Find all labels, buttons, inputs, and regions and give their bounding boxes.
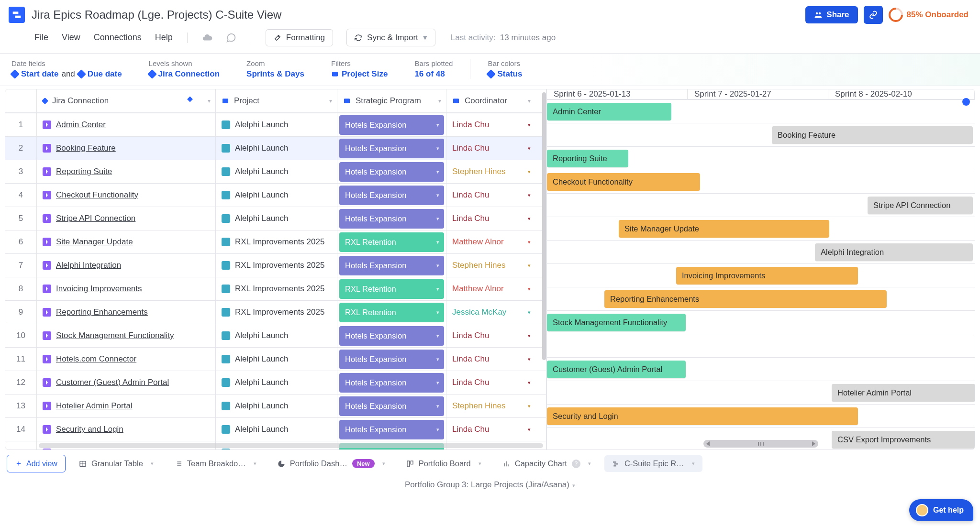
- gantt-bar[interactable]: Site Manager Update: [619, 220, 829, 238]
- timeline-row[interactable]: Checkout Functionality: [547, 170, 975, 194]
- epic-link[interactable]: Stripe API Connection: [56, 214, 135, 223]
- table-row[interactable]: 11Hotels.com ConnectorAlelphi LaunchHote…: [5, 348, 546, 371]
- timeline-row[interactable]: [547, 334, 975, 358]
- gantt-bar[interactable]: Customer (Guest) Admin Portal: [547, 361, 686, 378]
- table-row[interactable]: 12Customer (Guest) Admin PortalAlelphi L…: [5, 371, 546, 394]
- filter-date-fields[interactable]: Date fields Start date and Due date: [11, 59, 122, 79]
- add-view-button[interactable]: ＋ Add view: [7, 455, 66, 472]
- timeline-scrollbar[interactable]: [703, 440, 818, 448]
- chevron-down-icon[interactable]: ▾: [528, 239, 531, 245]
- coordinator-cell[interactable]: Matthew Alnor▾: [446, 277, 535, 300]
- table-row[interactable]: 4Checkout FunctionalityAlelphi LaunchHot…: [5, 184, 546, 207]
- table-row[interactable]: 3Reporting SuiteAlelphi LaunchHotels Exp…: [5, 160, 546, 184]
- project-cell[interactable]: RXL Improvements 2025: [216, 301, 337, 324]
- project-cell[interactable]: Alelphi Launch: [216, 394, 337, 417]
- epic-link[interactable]: Site Manager Update: [56, 237, 133, 247]
- chevron-down-icon[interactable]: [438, 98, 441, 104]
- chevron-down-icon[interactable]: ▾: [528, 286, 531, 292]
- gantt-bar[interactable]: Reporting Enhancements: [604, 290, 887, 308]
- table-row[interactable]: 1Admin CenterAlelphi LaunchHotels Expans…: [5, 113, 546, 137]
- epic-cell[interactable]: Booking Feature: [37, 137, 216, 160]
- project-cell[interactable]: Alelphi Launch: [216, 207, 337, 230]
- menu-file[interactable]: File: [34, 33, 48, 43]
- formatting-button[interactable]: Formatting: [266, 29, 333, 46]
- epic-cell[interactable]: Stock Management Functionality: [37, 324, 216, 347]
- program-cell[interactable]: Hotels Expansion: [337, 184, 446, 207]
- chevron-down-icon[interactable]: ▾: [528, 356, 531, 362]
- project-cell[interactable]: Alelphi Launch: [216, 324, 337, 347]
- coordinator-cell[interactable]: Linda Chu▾: [446, 207, 535, 230]
- program-cell[interactable]: Hotels Expansion: [337, 207, 446, 230]
- chevron-down-icon[interactable]: ▾: [528, 169, 531, 175]
- epic-link[interactable]: Customer (Guest) Admin Portal: [56, 378, 169, 387]
- program-cell[interactable]: Hotels Expansion: [337, 254, 446, 277]
- chevron-down-icon[interactable]: ▾: [528, 427, 531, 433]
- chevron-down-icon[interactable]: [329, 98, 332, 104]
- sprint-header-8[interactable]: Sprint 8 - 2025-02-10: [828, 89, 975, 99]
- coordinator-cell[interactable]: Stephen Hines▾: [446, 254, 535, 277]
- timeline-row[interactable]: Stripe API Connection: [547, 194, 975, 217]
- chevron-down-icon[interactable]: [382, 460, 385, 467]
- menu-view[interactable]: View: [62, 33, 80, 43]
- gantt-bar[interactable]: Checkout Functionality: [547, 173, 700, 191]
- project-cell[interactable]: RXL Improvements 2025: [216, 254, 337, 277]
- timeline-row[interactable]: Booking Feature: [547, 123, 975, 147]
- column-strategic-program[interactable]: Strategic Program: [337, 89, 446, 112]
- program-pill[interactable]: RXL Retention: [339, 303, 444, 322]
- epic-cell[interactable]: Customer (Guest) Admin Portal: [37, 371, 216, 394]
- epic-link[interactable]: Stock Management Functionality: [56, 331, 174, 340]
- tab-csuite-epic-roadmap[interactable]: C-Suite Epic R…: [604, 455, 702, 472]
- epic-cell[interactable]: Stripe API Connection: [37, 207, 216, 230]
- tab-portfolio-dashboard[interactable]: Portfolio Dash… New: [270, 455, 393, 472]
- table-row[interactable]: 6Site Manager UpdateRXL Improvements 202…: [5, 230, 546, 254]
- gantt-bar[interactable]: Reporting Suite: [547, 150, 628, 167]
- table-row[interactable]: 5Stripe API ConnectionAlelphi LaunchHote…: [5, 207, 546, 230]
- project-cell[interactable]: Alelphi Launch: [216, 418, 337, 441]
- info-icon[interactable]: ?: [572, 460, 580, 468]
- timeline-row[interactable]: Hotelier Admin Portal: [547, 381, 975, 405]
- chevron-down-icon[interactable]: ▾: [528, 263, 531, 269]
- coordinator-cell[interactable]: Linda Chu▾: [446, 184, 535, 207]
- coordinator-cell[interactable]: Linda Chu▾: [446, 348, 535, 371]
- table-row[interactable]: 8Invoicing ImprovementsRXL Improvements …: [5, 277, 546, 301]
- chevron-down-icon[interactable]: [479, 460, 481, 467]
- chevron-down-icon[interactable]: ▾: [528, 122, 531, 128]
- timeline-row[interactable]: Site Manager Update: [547, 217, 975, 241]
- coordinator-cell[interactable]: Stephen Hines▾: [446, 394, 535, 417]
- program-pill[interactable]: RXL Retention: [339, 232, 444, 252]
- onboarding-progress[interactable]: 85% Onboarded: [889, 8, 969, 22]
- filter-zoom[interactable]: Zoom Sprints & Days: [246, 59, 304, 79]
- epic-link[interactable]: Hotelier Admin Portal: [56, 401, 133, 411]
- table-row[interactable]: 9Reporting EnhancementsRXL Improvements …: [5, 301, 546, 324]
- filter-levels[interactable]: Levels shown Jira Connection: [149, 59, 220, 79]
- program-pill[interactable]: Hotels Expansion: [339, 373, 444, 393]
- horizontal-scrollbar[interactable]: [39, 443, 543, 448]
- program-pill[interactable]: Hotels Expansion: [339, 139, 444, 158]
- sprint-header-6[interactable]: Sprint 6 - 2025-01-13: [547, 89, 688, 99]
- epic-cell[interactable]: Alelphi Integration: [37, 254, 216, 277]
- document-title[interactable]: Jira Epics Roadmap (Lge. Projects) C-Sui…: [32, 8, 281, 22]
- epic-link[interactable]: Reporting Enhancements: [56, 307, 148, 317]
- tab-capacity-chart[interactable]: Capacity Chart ?: [495, 455, 599, 472]
- gantt-bar[interactable]: Stripe API Connection: [868, 197, 973, 214]
- coordinator-cell[interactable]: Linda Chu▾: [446, 418, 535, 441]
- chevron-down-icon[interactable]: [208, 98, 211, 104]
- project-cell[interactable]: Alelphi Launch: [216, 371, 337, 394]
- epic-link[interactable]: Checkout Functionality: [56, 190, 138, 200]
- timeline-row[interactable]: Invoicing Improvements: [547, 264, 975, 287]
- coordinator-cell[interactable]: Linda Chu▾: [446, 371, 535, 394]
- program-cell[interactable]: RXL Retention: [337, 277, 446, 300]
- epic-link[interactable]: Invoicing Improvements: [56, 284, 142, 294]
- epic-link[interactable]: Admin Center: [56, 120, 106, 130]
- chevron-down-icon[interactable]: ▾: [528, 216, 531, 222]
- column-coordinator[interactable]: Coordinator: [446, 89, 535, 112]
- program-cell[interactable]: Hotels Expansion: [337, 371, 446, 394]
- tab-granular-table[interactable]: Granular Table: [71, 455, 161, 472]
- epic-cell[interactable]: Invoicing Improvements: [37, 277, 216, 300]
- chevron-down-icon[interactable]: ▾: [528, 192, 531, 198]
- copy-link-button[interactable]: [864, 6, 883, 24]
- cloud-sync-icon[interactable]: [202, 33, 212, 43]
- epic-link[interactable]: Booking Feature: [56, 143, 116, 153]
- project-cell[interactable]: Alelphi Launch: [216, 137, 337, 160]
- coordinator-cell[interactable]: Jessica McKay▾: [446, 301, 535, 324]
